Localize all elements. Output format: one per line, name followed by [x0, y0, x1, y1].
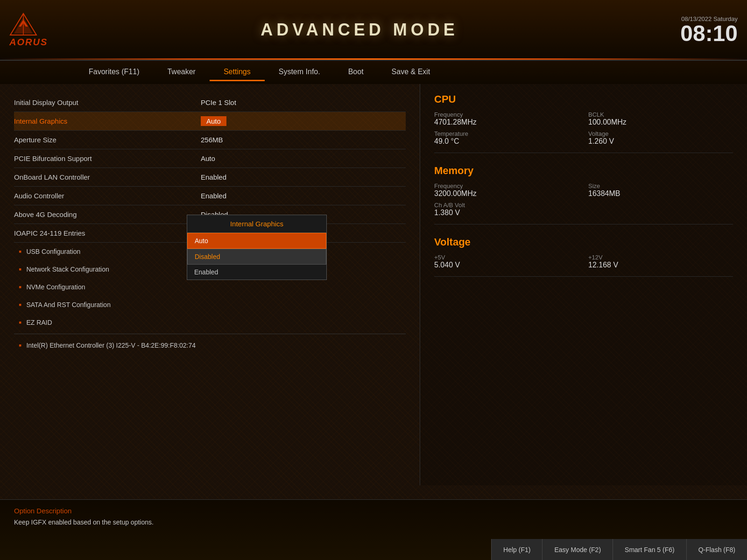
cpu-voltage-label: Voltage	[588, 130, 733, 137]
settings-panel: Initial Display Output PCIe 1 Slot Inter…	[0, 84, 420, 485]
plus5v-value: 5.040 V	[434, 261, 579, 269]
sub-bullet-nvme: ▪	[19, 282, 21, 292]
datetime-area: 08/13/2022 Saturday 08:10	[644, 15, 747, 45]
cpu-section: CPU Frequency 4701.28MHz BCLK 100.00MHz …	[434, 93, 733, 153]
page-wrapper: AORUS ADVANCED MODE 08/13/2022 Saturday …	[0, 0, 747, 560]
setting-name-pcie-bifurcation: PCIE Bifurcation Support	[14, 154, 201, 162]
setting-value-internal-graphics: Auto	[201, 116, 226, 126]
cpu-temperature-value: 49.0 °C	[434, 137, 579, 146]
memory-section: Memory Frequency 3200.00MHz Size 16384MB…	[434, 165, 733, 224]
plus5v-label: +5V	[434, 254, 579, 261]
memory-size-label: Size	[588, 182, 733, 189]
cpu-bclk-value: 100.00MHz	[588, 118, 733, 126]
nav-save-exit[interactable]: Save & Exit	[378, 64, 444, 81]
setting-row-pcie-bifurcation[interactable]: PCIE Bifurcation Support Auto	[14, 149, 406, 168]
logo-area: AORUS	[0, 8, 75, 52]
sub-label-network: Network Stack Configuration	[26, 266, 109, 273]
time-display: 08:10	[644, 22, 738, 45]
ethernet-row: ▪ Intel(R) Ethernet Controller (3) I225-…	[14, 336, 406, 354]
btn-smart-fan[interactable]: Smart Fan 5 (F6)	[613, 539, 686, 560]
ethernet-bullet: ▪	[19, 341, 21, 350]
sub-item-ez-raid[interactable]: ▪ EZ RAID	[14, 314, 406, 331]
setting-value-audio-controller: Enabled	[201, 192, 226, 200]
sub-label-usb: USB Configuration	[26, 248, 80, 255]
nav-favorites[interactable]: Favorites (F11)	[75, 64, 153, 81]
sub-label-sata: SATA And RST Configuration	[26, 301, 111, 308]
setting-value-pcie-bifurcation: Auto	[201, 154, 215, 162]
section-divider	[14, 334, 406, 334]
aorus-logo-icon	[9, 13, 37, 36]
dropdown-option-auto[interactable]: Auto	[187, 233, 326, 249]
plus12v-value: 12.168 V	[588, 261, 733, 269]
dropdown-popup: Internal Graphics Auto Disabled Enabled	[187, 215, 327, 280]
setting-row-audio-controller[interactable]: Audio Controller Enabled	[14, 187, 406, 205]
setting-row-initial-display[interactable]: Initial Display Output PCIe 1 Slot	[14, 93, 406, 112]
nav-boot[interactable]: Boot	[334, 64, 378, 81]
memory-ch-ab-value: 1.380 V	[434, 209, 733, 217]
setting-value-onboard-lan: Enabled	[201, 173, 226, 181]
advanced-mode-title: ADVANCED MODE	[75, 20, 644, 40]
sub-item-sata[interactable]: ▪ SATA And RST Configuration	[14, 296, 406, 314]
info-panel: CPU Frequency 4701.28MHz BCLK 100.00MHz …	[420, 84, 747, 485]
header: AORUS ADVANCED MODE 08/13/2022 Saturday …	[0, 0, 747, 61]
memory-frequency-label: Frequency	[434, 182, 579, 189]
dropdown-option-enabled[interactable]: Enabled	[187, 265, 326, 280]
main-content: Initial Display Output PCIe 1 Slot Inter…	[0, 84, 747, 485]
voltage-title: Voltage	[434, 236, 733, 248]
setting-row-onboard-lan[interactable]: OnBoard LAN Controller Enabled	[14, 168, 406, 187]
btn-easy-mode[interactable]: Easy Mode (F2)	[542, 539, 613, 560]
memory-size-value: 16384MB	[588, 189, 733, 198]
sub-bullet-ez-raid: ▪	[19, 318, 21, 328]
sub-label-nvme: NVMe Configuration	[26, 283, 85, 291]
bottom-buttons: Help (F1) Easy Mode (F2) Smart Fan 5 (F6…	[491, 539, 747, 560]
dropdown-option-disabled[interactable]: Disabled	[187, 249, 326, 265]
setting-value-initial-display: PCIe 1 Slot	[201, 98, 236, 106]
nav-bar: Favorites (F11) Tweaker Settings System …	[0, 61, 747, 84]
cpu-title: CPU	[434, 93, 733, 105]
cpu-grid: Frequency 4701.28MHz BCLK 100.00MHz Temp…	[434, 111, 733, 146]
option-desc-text: Keep IGFX enabled based on the setup opt…	[14, 518, 733, 526]
memory-ch-ab-label: Ch A/B Volt	[434, 202, 733, 209]
dropdown-title: Internal Graphics	[187, 215, 326, 233]
logo-text: AORUS	[9, 37, 48, 48]
setting-name-aperture-size: Aperture Size	[14, 136, 201, 144]
nav-system-info[interactable]: System Info.	[265, 64, 334, 81]
setting-name-ioapic: IOAPIC 24-119 Entries	[14, 229, 201, 237]
memory-frequency-value: 3200.00MHz	[434, 189, 579, 198]
setting-row-internal-graphics[interactable]: Internal Graphics Auto	[14, 112, 406, 131]
btn-help[interactable]: Help (F1)	[491, 539, 542, 560]
voltage-grid: +5V 5.040 V +12V 12.168 V	[434, 254, 733, 269]
setting-name-initial-display: Initial Display Output	[14, 98, 201, 106]
sub-bullet-sata: ▪	[19, 300, 21, 310]
setting-name-onboard-lan: OnBoard LAN Controller	[14, 173, 201, 181]
sub-label-ez-raid: EZ RAID	[26, 319, 52, 326]
cpu-bclk-label: BCLK	[588, 111, 733, 118]
nav-settings[interactable]: Settings	[210, 64, 265, 81]
header-title: ADVANCED MODE	[75, 20, 644, 40]
cpu-temperature-label: Temperature	[434, 130, 579, 137]
memory-grid: Frequency 3200.00MHz Size 16384MB Ch A/B…	[434, 182, 733, 217]
setting-name-above4g: Above 4G Decoding	[14, 210, 201, 218]
sub-item-nvme[interactable]: ▪ NVMe Configuration	[14, 278, 406, 296]
setting-value-aperture-size: 256MB	[201, 136, 223, 144]
voltage-section: Voltage +5V 5.040 V +12V 12.168 V	[434, 236, 733, 277]
setting-row-aperture-size[interactable]: Aperture Size 256MB	[14, 131, 406, 149]
btn-qflash[interactable]: Q-Flash (F8)	[686, 539, 747, 560]
memory-title: Memory	[434, 165, 733, 177]
cpu-frequency-label: Frequency	[434, 111, 579, 118]
setting-name-audio-controller: Audio Controller	[14, 192, 201, 200]
nav-tweaker[interactable]: Tweaker	[153, 64, 209, 81]
sub-bullet-network: ▪	[19, 265, 21, 274]
cpu-voltage-value: 1.260 V	[588, 137, 733, 146]
setting-name-internal-graphics: Internal Graphics	[14, 117, 201, 125]
option-desc-title: Option Description	[14, 507, 733, 515]
sub-bullet-usb: ▪	[19, 247, 21, 257]
ethernet-label: Intel(R) Ethernet Controller (3) I225-V …	[26, 342, 196, 349]
cpu-frequency-value: 4701.28MHz	[434, 118, 579, 126]
bottom-panel: Option Description Keep IGFX enabled bas…	[0, 499, 747, 560]
plus12v-label: +12V	[588, 254, 733, 261]
